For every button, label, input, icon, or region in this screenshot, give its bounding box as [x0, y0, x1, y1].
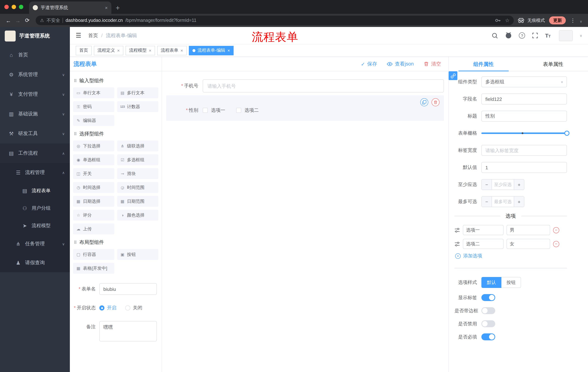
sidebar-item-user-groups[interactable]: ⚇ 用户分组: [0, 200, 70, 217]
font-size-icon[interactable]: TT: [545, 32, 551, 39]
title-input[interactable]: [481, 111, 567, 122]
phone-input[interactable]: [203, 79, 444, 93]
github-icon[interactable]: [505, 32, 512, 39]
palette-chip-upload[interactable]: ☁上传: [73, 223, 114, 234]
required-toggle[interactable]: [481, 333, 495, 340]
tag-close-icon[interactable]: ×: [227, 48, 230, 53]
gender-checkbox-option2[interactable]: 选项二: [236, 107, 259, 114]
forward-button[interactable]: →: [13, 17, 22, 23]
palette-chip-switch[interactable]: ◫开关: [73, 168, 114, 179]
window-zoom-button[interactable]: [19, 5, 23, 9]
palette-chip-counter[interactable]: 123计数器: [117, 101, 158, 112]
option-label-input[interactable]: [463, 239, 504, 249]
avatar[interactable]: [559, 30, 573, 41]
tag-home[interactable]: 首页: [76, 46, 92, 55]
min-select-stepper[interactable]: − 至少应选 +: [481, 179, 524, 190]
fullscreen-icon[interactable]: [532, 32, 538, 39]
palette-chip-date-range[interactable]: ▦日期范围: [117, 196, 158, 207]
option-drag-handle-icon[interactable]: [454, 227, 460, 233]
palette-chip-radio-group[interactable]: ◉单选框组: [73, 154, 114, 165]
border-toggle[interactable]: [481, 307, 495, 314]
delete-field-button[interactable]: [431, 98, 440, 106]
palette-chip-time-picker[interactable]: ◷时间选择: [73, 182, 114, 193]
sidebar-item-process-form[interactable]: ▤ 流程表单: [0, 182, 70, 200]
tag-close-icon[interactable]: ×: [180, 48, 183, 53]
sidebar-item-home[interactable]: ⌂ 首页: [0, 45, 70, 65]
canvas-field-gender-selected[interactable]: 性别 选项一 选项二: [166, 95, 444, 121]
bookmark-star-icon[interactable]: ☆: [505, 18, 510, 23]
tag-process-definition[interactable]: 流程定义 ×: [94, 46, 123, 55]
tab-component-props[interactable]: 组件属性: [449, 57, 518, 71]
view-json-button[interactable]: 查看json: [387, 61, 414, 67]
remove-option-button[interactable]: −: [553, 241, 559, 247]
palette-chip-color-picker[interactable]: ◑颜色选择: [117, 210, 158, 221]
palette-chip-editor[interactable]: ✎编辑器: [73, 115, 114, 126]
palette-chip-time-range[interactable]: ◶时间范围: [117, 182, 158, 193]
tag-process-form[interactable]: 流程表单 ×: [157, 46, 187, 55]
sidebar-item-process-model[interactable]: ➤ 流程模型: [0, 217, 70, 234]
tag-process-form-edit[interactable]: 流程表单-编辑 ×: [189, 46, 234, 55]
search-icon[interactable]: [492, 32, 498, 39]
sidebar-item-workflow[interactable]: ▤ 工作流程 ∧: [0, 143, 70, 163]
app-logo[interactable]: 芋道管理系统: [0, 27, 70, 45]
palette-chip-password[interactable]: ⚿密码: [73, 101, 114, 112]
sidebar-toggle-icon[interactable]: ☰: [76, 32, 81, 39]
profile-chevron-icon[interactable]: ∨: [580, 20, 582, 23]
palette-chip-rate[interactable]: ☆评分: [73, 210, 114, 221]
clear-button[interactable]: 清空: [423, 61, 441, 67]
max-select-value[interactable]: 最多可选: [492, 197, 514, 207]
tag-process-model[interactable]: 流程模型 ×: [126, 46, 155, 55]
new-tab-button[interactable]: +: [116, 4, 120, 11]
sidebar-item-task-mgmt[interactable]: ⋔ 任务管理 ∨: [0, 234, 70, 253]
address-bar[interactable]: ⚠ 不安全 dashboard.yudao.iocoder.cn /bpm/ma…: [36, 16, 514, 25]
tag-close-icon[interactable]: ×: [149, 48, 151, 53]
browser-menu-icon[interactable]: ⋮: [570, 18, 576, 23]
save-button[interactable]: ✓ 保存: [361, 61, 377, 67]
tab-form-props[interactable]: 表单属性: [518, 57, 588, 71]
slider-handle[interactable]: [564, 131, 569, 136]
minus-button[interactable]: −: [482, 197, 492, 207]
palette-chip-slider[interactable]: ⊸滑块: [117, 168, 158, 179]
component-type-select[interactable]: 多选框组 ▾: [481, 76, 567, 87]
breadcrumb-home[interactable]: 首页: [88, 32, 98, 39]
gender-checkbox-option1[interactable]: 选项一: [203, 107, 225, 114]
disabled-toggle[interactable]: [481, 320, 495, 327]
label-width-input[interactable]: [481, 145, 567, 156]
grid-slider[interactable]: [481, 128, 567, 139]
palette-chip-button[interactable]: ▣按钮: [117, 249, 158, 260]
back-button[interactable]: ←: [4, 17, 13, 23]
browser-tab[interactable]: 芋道管理系统 ×: [29, 1, 111, 14]
canvas-field-phone[interactable]: 手机号: [166, 79, 444, 93]
minus-button[interactable]: −: [482, 180, 492, 190]
help-icon[interactable]: ?: [519, 32, 525, 39]
status-radio-off[interactable]: 关闭: [125, 305, 142, 311]
tab-close-icon[interactable]: ×: [105, 5, 108, 10]
avatar-chevron-icon[interactable]: ∨: [580, 34, 582, 37]
sidebar-item-process-mgmt[interactable]: ☰ 流程管理 ∧: [0, 163, 70, 182]
password-key-icon[interactable]: [495, 18, 501, 23]
max-select-stepper[interactable]: − 最多可选 +: [481, 196, 524, 207]
style-default-button[interactable]: 默认: [481, 277, 501, 288]
palette-chip-date-picker[interactable]: ▦日期选择: [73, 196, 114, 207]
option-value-input[interactable]: [506, 239, 550, 249]
default-value-input[interactable]: [481, 162, 567, 173]
palette-chip-table[interactable]: ▦表格[开发中]: [73, 263, 114, 274]
reload-button[interactable]: ⟳: [22, 17, 32, 24]
copy-field-button[interactable]: [420, 98, 428, 106]
sidebar-item-leave-query[interactable]: ♟ 请假查询: [0, 253, 70, 272]
palette-chip-row-container[interactable]: ▢行容器: [73, 249, 114, 260]
show-label-toggle[interactable]: [481, 294, 495, 301]
window-minimize-button[interactable]: [12, 5, 16, 9]
remove-option-button[interactable]: −: [553, 227, 559, 233]
option-drag-handle-icon[interactable]: [454, 241, 460, 247]
remark-textarea[interactable]: 嘿嘿: [99, 321, 157, 341]
min-select-value[interactable]: 至少应选: [492, 180, 514, 190]
sidebar-item-system[interactable]: ⚙ 系统管理 ∨: [0, 65, 70, 85]
window-close-button[interactable]: [4, 5, 9, 9]
option-value-input[interactable]: [506, 225, 550, 235]
form-name-input[interactable]: [99, 283, 157, 295]
plus-button[interactable]: +: [514, 197, 524, 207]
palette-chip-single-text[interactable]: ▭单行文本: [73, 87, 114, 98]
style-button-button[interactable]: 按钮: [501, 277, 521, 288]
status-radio-on[interactable]: 开启: [99, 305, 116, 311]
